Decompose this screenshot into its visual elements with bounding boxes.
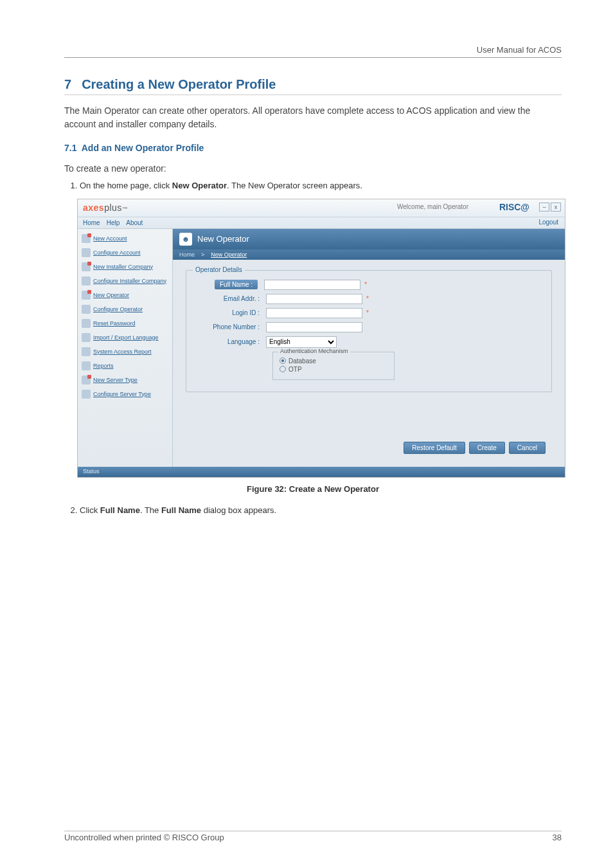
document-icon (82, 361, 91, 370)
lead-in: To create a new operator: (64, 162, 562, 176)
sidebar-item-configure-operator[interactable]: Configure Operator (78, 302, 172, 316)
server-icon (82, 375, 91, 384)
report-icon (82, 347, 91, 356)
auth-mechanism-box: Authentication Mechanism Database OTP (272, 352, 395, 380)
phone-input[interactable] (266, 322, 362, 332)
company-icon (82, 262, 91, 271)
risco-logo: RISC@ (499, 202, 529, 212)
close-button[interactable]: x (551, 203, 561, 212)
sidebar-item-reports[interactable]: Reports (78, 359, 172, 373)
create-button[interactable]: Create (469, 442, 505, 454)
email-input[interactable] (266, 294, 362, 304)
gear-icon (82, 276, 91, 285)
cancel-button[interactable]: Cancel (509, 442, 546, 454)
subsection-heading: 7.1 Add an New Operator Profile (64, 143, 562, 153)
page-footer: Uncontrolled when printed © RISCO Group … (64, 831, 562, 842)
language-icon (82, 333, 91, 342)
app-titlebar: axesplus™ Welcome, main Operator RISC@ –… (78, 199, 565, 217)
main-header: ☻ New Operator (173, 229, 565, 249)
sidebar-item-new-account[interactable]: New Account (78, 231, 172, 246)
sidebar-item-system-access-report[interactable]: System Access Report (78, 345, 172, 359)
footer-left: Uncontrolled when printed © RISCO Group (64, 833, 224, 842)
subsection-title: Add an New Operator Profile (82, 143, 204, 153)
crumb-current: New Operator (211, 251, 247, 258)
welcome-text: Welcome, main Operator (397, 203, 468, 210)
subsection-number: 7.1 (64, 143, 76, 153)
main-title: New Operator (197, 234, 249, 244)
gear-icon (82, 305, 91, 314)
sidebar-item-configure-installer-company[interactable]: Configure Installer Company (78, 274, 172, 288)
sidebar-item-new-operator[interactable]: New Operator (78, 288, 172, 302)
logout-link[interactable]: Logout (538, 219, 558, 226)
figure-caption: Figure 32: Create a New Operator (64, 484, 562, 494)
new-account-icon (82, 234, 91, 243)
sidebar-item-reset-password[interactable]: Reset Password (78, 316, 172, 330)
full-name-input[interactable] (264, 280, 360, 290)
button-row: Restore Default Create Cancel (404, 442, 546, 454)
email-label: Email Addr. : (195, 295, 266, 302)
language-select[interactable]: English (266, 336, 337, 348)
minimize-button[interactable]: – (539, 203, 549, 212)
section-title: Creating a New Operator Profile (82, 77, 276, 91)
section-number: 7 (64, 77, 71, 91)
breadcrumb: Home > New Operator (173, 249, 565, 260)
key-icon (82, 319, 91, 328)
step-1: On the home page, click New Operator. Th… (80, 179, 562, 192)
login-label: Login ID : (195, 309, 266, 316)
required-marker: * (364, 281, 367, 288)
sidebar-item-new-server-type[interactable]: New Server Type (78, 373, 172, 387)
phone-label: Phone Number : (195, 323, 266, 330)
sidebar-item-new-installer-company[interactable]: New Installer Company (78, 260, 172, 274)
sidebar-item-configure-account[interactable]: Configure Account (78, 246, 172, 260)
intro-paragraph: The Main Operator can create other opera… (64, 104, 562, 131)
sidebar-item-import-export-language[interactable]: Import / Export Language (78, 330, 172, 345)
fieldset-legend: Operator Details (193, 266, 245, 273)
gear-icon (82, 248, 91, 257)
auth-legend: Authentication Mechanism (278, 348, 350, 354)
auth-otp-option[interactable]: OTP (280, 366, 387, 373)
footer-page-number: 38 (553, 833, 562, 842)
restore-default-button[interactable]: Restore Default (404, 442, 465, 454)
main-area: ☻ New Operator Home > New Operator Opera… (173, 229, 565, 467)
gear-icon (82, 390, 91, 399)
window-buttons: – x (539, 203, 561, 212)
auth-database-option[interactable]: Database (280, 357, 387, 365)
app-menubar: Home Help About Logout (78, 217, 565, 229)
screenshot-new-operator: axesplus™ Welcome, main Operator RISC@ –… (77, 199, 565, 478)
radio-selected-icon (280, 357, 286, 364)
operator-header-icon: ☻ (179, 233, 192, 246)
step-2: Click Full Name. The Full Name dialog bo… (80, 504, 562, 517)
status-bar: Status (78, 467, 565, 477)
page-header: User Manual for ACOS (64, 45, 562, 58)
language-label: Language : (195, 338, 266, 345)
operator-details-fieldset: Operator Details Full Name : * Email Add… (186, 270, 552, 392)
crumb-home[interactable]: Home (179, 251, 195, 258)
radio-unselected-icon (280, 366, 286, 372)
login-input[interactable] (266, 308, 362, 318)
menu-home[interactable]: Home (83, 219, 100, 226)
menu-about[interactable]: About (126, 219, 143, 226)
menu-help[interactable]: Help (107, 219, 120, 226)
operator-icon (82, 291, 91, 300)
sidebar-item-configure-server-type[interactable]: Configure Server Type (78, 387, 172, 401)
sidebar: New Account Configure Account New Instal… (78, 229, 173, 467)
section-heading: 7Creating a New Operator Profile (64, 77, 562, 95)
content-pane: Operator Details Full Name : * Email Add… (173, 260, 565, 467)
required-marker: * (366, 295, 369, 302)
crumb-separator: > (201, 251, 204, 258)
app-brand: axesplus™ (83, 203, 128, 213)
full-name-label[interactable]: Full Name : (215, 280, 258, 289)
required-marker: * (366, 309, 369, 316)
